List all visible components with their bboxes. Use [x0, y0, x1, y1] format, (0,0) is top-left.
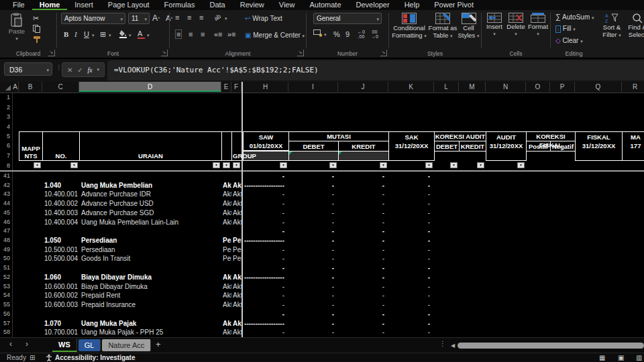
cell-I51[interactable]: -	[290, 263, 334, 273]
column-header-I[interactable]: I	[288, 82, 338, 92]
row-header-43[interactable]: 43	[0, 190, 12, 199]
cell-F48[interactable]: Per	[233, 236, 241, 245]
row-header-2[interactable]: 2	[0, 103, 12, 113]
filter-dropdown-K8[interactable]: ▼	[425, 162, 433, 168]
cell-C55[interactable]: 10.600.003	[44, 300, 79, 310]
format-painter-icon[interactable]	[33, 36, 41, 44]
filter-dropdown-M8[interactable]: ▼	[477, 162, 484, 168]
increase-indent-icon[interactable]: »≡	[227, 30, 236, 38]
cell-H53[interactable]: -	[244, 282, 284, 292]
cell-H43[interactable]: -	[244, 190, 284, 199]
cell-I46[interactable]: -	[290, 218, 334, 227]
percent-style-icon[interactable]: %	[333, 30, 340, 38]
header-cell-c-no[interactable]: NO.	[42, 131, 80, 161]
font-color-icon[interactable]: A	[138, 29, 145, 39]
cell-F43[interactable]: Akt	[233, 190, 241, 199]
align-right-icon[interactable]: ≡	[201, 30, 205, 38]
column-header-E[interactable]: E	[221, 82, 231, 92]
horizontal-scrollbar[interactable]	[458, 343, 644, 349]
cell-H48[interactable]: -------------------	[244, 236, 284, 245]
cell-J47[interactable]: -	[339, 227, 384, 236]
cell-D53[interactable]: Biaya Dibayar Dimuka	[81, 282, 219, 292]
cell-H41[interactable]: -	[244, 172, 284, 181]
row-header-56[interactable]: 56	[0, 310, 12, 319]
cell-H57[interactable]: -------------------	[244, 319, 284, 328]
tabbar-options-icon[interactable]: ⋮	[439, 340, 446, 347]
menu-automate[interactable]: Automate	[302, 0, 348, 10]
cell-K46[interactable]: -	[390, 218, 430, 227]
cell-J54[interactable]: -	[339, 291, 384, 300]
cell-H49[interactable]: -	[244, 245, 284, 255]
header-gray-cell-J7[interactable]	[338, 151, 389, 161]
accounting-caret-icon[interactable]: ▾	[324, 32, 327, 38]
macro-record-icon[interactable]: ⊞	[30, 354, 35, 361]
menu-page-layout[interactable]: Page Layout	[101, 0, 157, 10]
header-cell-koreksi-fiskal[interactable]: KOREKSI FISKAL	[526, 131, 576, 141]
column-header-C[interactable]: C	[42, 82, 79, 92]
cell-E44[interactable]: Akt	[223, 199, 231, 208]
cell-F54[interactable]: Akt	[233, 291, 241, 300]
number-format-combo[interactable]: General▾	[313, 13, 382, 24]
cell-H52[interactable]: -------------------	[244, 273, 284, 282]
format-cells-button[interactable]: Format▾	[527, 13, 549, 38]
column-header-N[interactable]: N	[486, 82, 526, 92]
cell-J50[interactable]: -	[339, 254, 384, 263]
cell-F49[interactable]: Per	[233, 245, 241, 255]
cell-J45[interactable]: -	[339, 208, 384, 218]
cell-J51[interactable]: -	[339, 263, 384, 273]
cell-D42[interactable]: Uang Muka Pembelian	[81, 181, 219, 190]
filter-dropdown-H8[interactable]: ▼	[280, 162, 287, 168]
header-cell-b-mapp[interactable]: MAPPNTS	[19, 131, 43, 161]
sort-filter-button[interactable]: AZ Sort &Filter ▾	[599, 13, 625, 39]
select-all-corner[interactable]	[0, 82, 12, 92]
merge-center-button[interactable]: ▣ Merge & Center ▾	[245, 32, 305, 39]
header-cell-d-uraian[interactable]: URAIAN	[79, 131, 222, 161]
conditional-formatting-button[interactable]: ConditionalFormatting ▾	[390, 13, 428, 40]
cell-F55[interactable]: Akt	[233, 300, 241, 310]
cell-K42[interactable]: -	[390, 181, 430, 190]
cell-E48[interactable]: Per	[223, 236, 231, 245]
row-header-55[interactable]: 55	[0, 300, 12, 310]
column-header-L[interactable]: L	[434, 82, 459, 92]
header-cell-mutasi[interactable]: MUTASI	[288, 131, 389, 141]
cell-I57[interactable]: -	[290, 319, 334, 328]
clipboard-dialog-launcher[interactable]: ↖	[48, 50, 55, 56]
cell-H45[interactable]: -	[244, 208, 284, 218]
formula-input[interactable]: =VLOOKUP(C36;'Nature Acc'!$A$5:$B$192;2;…	[107, 60, 644, 80]
cell-I49[interactable]: -	[290, 245, 334, 255]
row-header-7[interactable]: 7	[0, 151, 12, 161]
row-header-4[interactable]: 4	[0, 122, 12, 132]
cell-E53[interactable]: Akt	[223, 282, 231, 292]
sheet-tab-gl[interactable]: GL	[78, 339, 101, 351]
row-header-49[interactable]: 49	[0, 245, 12, 255]
cell-E50[interactable]: Per	[223, 254, 231, 263]
cell-J52[interactable]: -	[339, 273, 384, 282]
cell-J53[interactable]: -	[339, 282, 384, 292]
row-header-57[interactable]: 57	[0, 319, 12, 328]
cell-I48[interactable]: -	[290, 236, 334, 245]
clear-button[interactable]: ◇ Clear ▾	[555, 37, 583, 44]
menu-review[interactable]: Review	[233, 0, 272, 10]
autosum-button[interactable]: ∑ AutoSum ▾	[555, 13, 594, 21]
cell-I58[interactable]: -	[290, 328, 334, 337]
wrap-text-button[interactable]: ↩ Wrap Text	[245, 15, 282, 22]
column-header-M[interactable]: M	[459, 82, 486, 92]
bold-button[interactable]: B	[64, 30, 68, 38]
cell-J46[interactable]: -	[339, 218, 384, 227]
next-sheet-icon[interactable]: ›	[25, 339, 28, 349]
cell-F52[interactable]: Akt	[233, 273, 241, 282]
cell-C42[interactable]: 1.040	[44, 181, 79, 190]
header-cell-negatif[interactable]: Negatif	[550, 141, 576, 152]
page-break-view-icon[interactable]: ▥	[636, 354, 642, 361]
cell-K50[interactable]: -	[390, 254, 430, 263]
row-header-48[interactable]: 48	[0, 236, 12, 245]
cell-K51[interactable]: -	[390, 263, 430, 273]
prev-sheet-icon[interactable]: ‹	[9, 339, 12, 349]
menu-home[interactable]: Home	[32, 0, 68, 10]
cell-C52[interactable]: 1.060	[44, 273, 79, 282]
row-header-47[interactable]: 47	[0, 227, 12, 236]
name-box[interactable]: D36▾	[4, 62, 52, 76]
cell-C58[interactable]: 10.700.001	[44, 328, 79, 337]
align-bottom-icon[interactable]: ≡	[199, 13, 203, 21]
row-header-45[interactable]: 45	[0, 208, 12, 218]
